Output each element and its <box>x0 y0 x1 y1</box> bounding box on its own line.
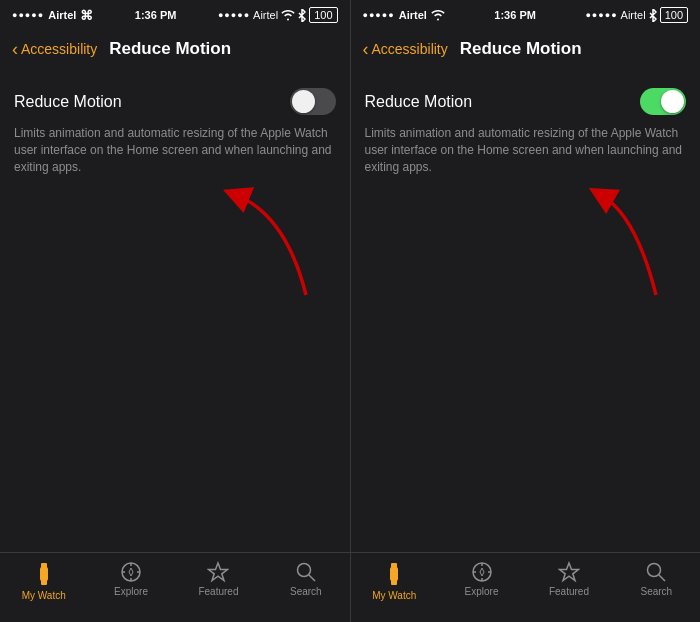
svg-line-25 <box>659 575 665 581</box>
chevron-left-icon: ‹ <box>12 40 18 58</box>
tab-label-my-watch-right: My Watch <box>372 590 416 601</box>
svg-rect-1 <box>40 567 48 581</box>
tab-my-watch-left[interactable]: My Watch <box>0 561 87 601</box>
svg-point-24 <box>648 564 661 577</box>
star-tab-icon-left <box>207 561 229 583</box>
tab-search-left[interactable]: Search <box>262 561 349 597</box>
red-arrow-right <box>546 185 676 305</box>
wifi-left: ⌘ <box>80 8 93 23</box>
tab-my-watch-right[interactable]: My Watch <box>351 561 438 601</box>
red-arrow-left <box>196 185 326 305</box>
back-button-left[interactable]: ‹ Accessibility <box>12 40 97 58</box>
tab-featured-right[interactable]: Featured <box>525 561 612 597</box>
compass-tab-icon-left <box>120 561 142 583</box>
svg-rect-3 <box>41 580 47 585</box>
svg-rect-16 <box>391 580 397 585</box>
back-label-right: Accessibility <box>372 41 448 57</box>
status-bar-left: ●●●●● Airtel ⌘ 1:36 PM ●●●●● Airtel 100 <box>0 0 350 28</box>
battery-left: 100 <box>309 7 337 23</box>
battery-right: 100 <box>660 7 688 23</box>
setting-label-right: Reduce Motion <box>365 93 473 111</box>
signal-dots-right: ●●●●● <box>585 10 617 20</box>
search-tab-icon-right <box>645 561 667 583</box>
right-screen: ●●●●● Airtel 1:36 PM ●●●●● Airtel 100 <box>351 0 701 622</box>
tab-explore-right[interactable]: Explore <box>438 561 525 597</box>
page-title-right: Reduce Motion <box>460 39 582 59</box>
carrier-right2: Airtel <box>399 9 427 21</box>
svg-rect-14 <box>390 567 398 581</box>
time-right: 1:36 PM <box>494 9 536 21</box>
status-left-left: ●●●●● Airtel ⌘ <box>12 8 93 23</box>
tab-label-my-watch-left: My Watch <box>22 590 66 601</box>
content-left: Reduce Motion Limits animation and autom… <box>0 72 350 552</box>
svg-marker-9 <box>129 568 133 576</box>
tab-explore-left[interactable]: Explore <box>87 561 174 597</box>
tab-label-featured-right: Featured <box>549 586 589 597</box>
reduce-motion-toggle-off[interactable] <box>290 88 336 115</box>
search-tab-icon-left <box>295 561 317 583</box>
setting-row-left: Reduce Motion <box>14 88 336 115</box>
chevron-right-icon: ‹ <box>363 40 369 58</box>
left-screen: ●●●●● Airtel ⌘ 1:36 PM ●●●●● Airtel 100 <box>0 0 351 622</box>
svg-marker-22 <box>480 568 484 576</box>
tab-label-search-left: Search <box>290 586 322 597</box>
tab-label-explore-left: Explore <box>114 586 148 597</box>
signal-text-right: ●●●●● <box>363 10 395 20</box>
star-tab-icon-right <box>558 561 580 583</box>
carrier-rr: Airtel <box>621 9 646 21</box>
setting-description-right: Limits animation and automatic resizing … <box>365 125 687 175</box>
svg-marker-23 <box>559 563 578 581</box>
svg-rect-2 <box>41 563 47 568</box>
nav-bar-left: ‹ Accessibility Reduce Motion <box>0 28 350 72</box>
tab-label-search-right: Search <box>640 586 672 597</box>
reduce-motion-toggle-on[interactable] <box>640 88 686 115</box>
status-left-right: ●●●●● Airtel <box>363 9 445 21</box>
time-left: 1:36 PM <box>135 9 177 21</box>
back-button-right[interactable]: ‹ Accessibility <box>363 40 448 58</box>
status-right-right: ●●●●● Airtel 100 <box>585 7 688 23</box>
watch-tab-icon-right <box>383 561 405 587</box>
tab-label-explore-right: Explore <box>465 586 499 597</box>
status-right-left: ●●●●● Airtel 100 <box>218 7 338 23</box>
setting-description-left: Limits animation and automatic resizing … <box>14 125 336 175</box>
carrier-left: Airtel <box>48 9 76 21</box>
tab-bar-right: My Watch Explore Featured <box>351 552 701 622</box>
signal-text-left: ●●●●● <box>12 10 44 20</box>
setting-label-left: Reduce Motion <box>14 93 122 111</box>
bluetooth-right <box>649 9 657 22</box>
carrier-right-left: Airtel <box>253 9 278 21</box>
tab-bar-left: My Watch Explore Featured <box>0 552 350 622</box>
tab-search-right[interactable]: Search <box>613 561 700 597</box>
tab-featured-left[interactable]: Featured <box>175 561 262 597</box>
svg-marker-10 <box>209 563 228 581</box>
page-title-left: Reduce Motion <box>109 39 231 59</box>
content-right: Reduce Motion Limits animation and autom… <box>351 72 701 552</box>
wifi-icon-right <box>431 10 445 21</box>
signal-right-left: ●●●●● <box>218 10 250 20</box>
bluetooth-left <box>298 9 306 22</box>
wifi-icon-left <box>281 10 295 21</box>
watch-tab-icon-left <box>33 561 55 587</box>
svg-line-12 <box>309 575 315 581</box>
svg-point-11 <box>297 564 310 577</box>
setting-row-right: Reduce Motion <box>365 88 687 115</box>
compass-tab-icon-right <box>471 561 493 583</box>
tab-label-featured-left: Featured <box>198 586 238 597</box>
svg-rect-15 <box>391 563 397 568</box>
nav-bar-right: ‹ Accessibility Reduce Motion <box>351 28 701 72</box>
back-label-left: Accessibility <box>21 41 97 57</box>
status-bar-right: ●●●●● Airtel 1:36 PM ●●●●● Airtel 100 <box>351 0 701 28</box>
